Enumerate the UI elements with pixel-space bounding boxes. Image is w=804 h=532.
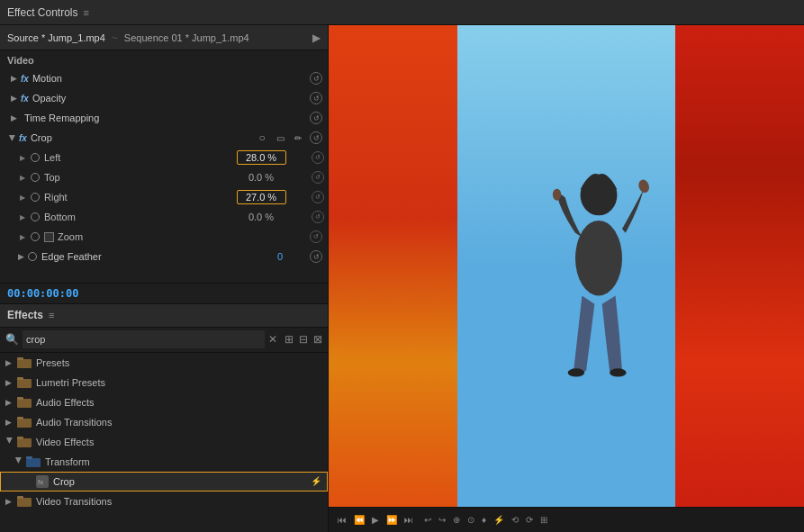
- expand-arrow-time-remap[interactable]: [9, 113, 18, 122]
- tree-item-audio-transitions[interactable]: ▶ Audio Transitions: [0, 412, 328, 432]
- reset-btn-right[interactable]: ↺: [312, 191, 324, 203]
- ctrl-btn-play[interactable]: ▶: [370, 513, 381, 527]
- tree-arrow-presets[interactable]: ▶: [5, 358, 14, 367]
- param-reset-right[interactable]: ↺: [306, 191, 324, 203]
- tree-arrow-video-transitions[interactable]: ▶: [5, 497, 14, 506]
- param-expand-top[interactable]: ▶: [20, 174, 29, 182]
- search-bar: 🔍 ✕ ⊞ ⊟ ⊠: [0, 328, 328, 353]
- ctrl-btn-to-in[interactable]: ⏮: [336, 513, 348, 527]
- ctrl-btn-to-out[interactable]: ⏭: [402, 513, 415, 527]
- tree-item-transform[interactable]: ▶ Transform: [0, 452, 328, 472]
- effect-row-opacity[interactable]: fx Opacity ↺: [0, 88, 328, 108]
- panel-menu-icon[interactable]: ≡: [83, 7, 88, 18]
- tree-item-audio-effects[interactable]: ▶ Audio Effects: [0, 392, 328, 412]
- reset-icon-crop[interactable]: ↺: [310, 131, 322, 144]
- param-circle-bottom[interactable]: [31, 212, 40, 221]
- folder-icon-video-effects: [17, 436, 32, 447]
- crop-circle-icon[interactable]: [256, 131, 268, 144]
- tree-item-video-effects[interactable]: ▶ Video Effects: [0, 432, 328, 452]
- expand-arrow-opacity[interactable]: [9, 94, 18, 103]
- reset-icon-edge-feather[interactable]: ↺: [310, 250, 322, 263]
- ctrl-btn-step-back[interactable]: ⏪: [352, 513, 366, 527]
- ctrl-btn-redo[interactable]: ⟳: [524, 513, 535, 527]
- param-value-area-top[interactable]: 0.0 %: [243, 172, 306, 183]
- expand-arrow-motion[interactable]: [9, 74, 18, 83]
- ctrl-btn-undo[interactable]: ⟲: [510, 513, 520, 527]
- param-expand-right[interactable]: ▶: [20, 194, 29, 202]
- tree-item-video-transitions[interactable]: ▶ Video Transitions: [0, 491, 328, 511]
- param-circle-feather[interactable]: [28, 252, 37, 261]
- param-name-right: Right: [44, 192, 98, 203]
- ctrl-btn-step-forward[interactable]: ⏩: [384, 513, 399, 527]
- tree-item-presets[interactable]: ▶ Presets: [0, 353, 328, 373]
- timecode-bar: 00:00:00:00: [0, 283, 328, 304]
- folder-icon-transform: [26, 455, 41, 467]
- source-tab-1[interactable]: Source * Jump_1.mp4: [7, 32, 105, 43]
- tree-arrow-video-effects[interactable]: ▶: [5, 437, 14, 446]
- effect-row-motion[interactable]: fx Motion ↺: [0, 68, 328, 88]
- tree-arrow-audio-effects[interactable]: ▶: [5, 398, 14, 407]
- timecode-display[interactable]: 00:00:00:00: [7, 287, 78, 300]
- zoom-checkbox[interactable]: [44, 232, 54, 242]
- search-btn-3[interactable]: ⊠: [313, 333, 322, 346]
- param-value-area-left[interactable]: 28.0 %: [243, 150, 306, 165]
- accelerate-icon-crop: ⚡: [311, 476, 321, 486]
- right-panel: ⏮ ⏪ ▶ ⏩ ⏭ ↩ ↪ ⊕ ⊙ ♦ ⚡ ⟲ ⟳ ⊞: [329, 25, 804, 532]
- effects-menu-icon[interactable]: ≡: [49, 310, 54, 320]
- param-circle-right[interactable]: [31, 193, 40, 202]
- tree-arrow-transform[interactable]: ▶: [14, 457, 23, 466]
- effect-row-edge-feather[interactable]: Edge Feather 0 ↺: [0, 247, 328, 266]
- param-reset-bottom[interactable]: ↺: [306, 211, 324, 223]
- reset-icon-opacity[interactable]: ↺: [310, 92, 322, 104]
- param-circle-left[interactable]: [31, 153, 40, 162]
- crop-rect-icon[interactable]: [274, 131, 286, 144]
- reset-btn-top[interactable]: ↺: [312, 171, 324, 184]
- search-clear-btn[interactable]: ✕: [268, 333, 277, 346]
- reset-btn-zoom[interactable]: ↺: [310, 230, 322, 243]
- reset-icon-motion[interactable]: ↺: [310, 72, 322, 85]
- edge-feather-value[interactable]: 0: [277, 251, 283, 262]
- param-value-bottom[interactable]: 0.0 %: [237, 212, 286, 222]
- ctrl-btn-mark-in[interactable]: ⊙: [465, 513, 476, 527]
- ctrl-btn-export[interactable]: ⚡: [492, 513, 506, 527]
- effect-row-crop[interactable]: fx Crop ↺: [0, 128, 328, 148]
- tree-arrow-audio-transitions[interactable]: ▶: [5, 418, 14, 427]
- video-frame: [329, 25, 804, 507]
- expand-arrow-crop[interactable]: [7, 133, 16, 142]
- tree-item-crop-effect[interactable]: fx Crop ⚡: [0, 472, 328, 491]
- source-tab-2[interactable]: Sequence 01 * Jump_1.mp4: [124, 32, 249, 43]
- search-input[interactable]: [23, 330, 265, 348]
- param-reset-left[interactable]: ↺: [306, 151, 324, 164]
- ctrl-btn-add-mark[interactable]: ⊕: [451, 513, 462, 527]
- ctrl-btn-settings[interactable]: ⊞: [538, 513, 549, 527]
- param-value-right[interactable]: 27.0 %: [237, 190, 286, 204]
- param-expand-bottom[interactable]: ▶: [20, 213, 29, 221]
- param-reset-top[interactable]: ↺: [306, 171, 324, 184]
- param-value-area-right[interactable]: 27.0 %: [243, 190, 306, 204]
- search-btn-1[interactable]: ⊞: [285, 333, 294, 346]
- tree-arrow-lumetri[interactable]: ▶: [5, 378, 14, 387]
- source-arrow[interactable]: ▶: [312, 32, 321, 44]
- video-section-label: Video: [0, 52, 328, 68]
- expand-arrow-edge-feather[interactable]: [16, 252, 25, 261]
- crop-pen-icon[interactable]: [292, 131, 304, 144]
- ctrl-btn-mark-out[interactable]: ♦: [480, 513, 488, 527]
- reset-btn-left[interactable]: ↺: [312, 151, 324, 164]
- effect-row-time-remapping[interactable]: Time Remapping ↺: [0, 108, 328, 128]
- reset-icon-time-remap[interactable]: ↺: [310, 112, 322, 124]
- search-btn-2[interactable]: ⊟: [299, 333, 308, 346]
- ctrl-btn-loop[interactable]: ↩: [422, 513, 433, 527]
- param-expand-left[interactable]: ▶: [20, 154, 29, 162]
- param-expand-zoom[interactable]: ▶: [20, 233, 29, 241]
- effects-header: Effects ≡: [0, 304, 328, 328]
- param-circle-zoom[interactable]: [31, 232, 40, 241]
- tree-label-presets: Presets: [36, 357, 322, 368]
- param-circle-top[interactable]: [31, 173, 40, 182]
- param-value-left[interactable]: 28.0 %: [237, 150, 286, 165]
- svg-rect-4: [17, 399, 32, 408]
- reset-btn-bottom[interactable]: ↺: [312, 211, 324, 223]
- ctrl-btn-loop2[interactable]: ↪: [437, 513, 447, 527]
- tree-item-lumetri[interactable]: ▶ Lumetri Presets: [0, 373, 328, 392]
- param-value-top[interactable]: 0.0 %: [237, 172, 286, 183]
- param-value-area-bottom[interactable]: 0.0 %: [243, 212, 306, 222]
